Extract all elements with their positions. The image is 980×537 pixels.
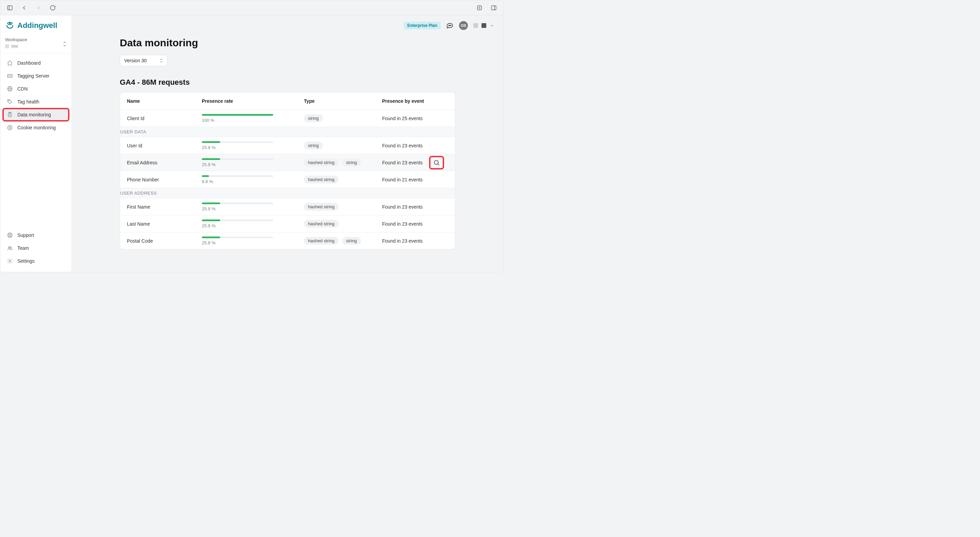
sidebar-item-data-monitoring[interactable]: Data monitoring xyxy=(3,108,69,121)
workspace-switcher[interactable]: Workspace xyxy=(0,34,72,53)
sidebar-item-label: Tag health xyxy=(18,99,40,105)
cell-type: hashed string xyxy=(304,175,382,183)
table-row[interactable]: User Id25.9 %stringFound in 23 events xyxy=(120,137,455,154)
panel-right-icon[interactable] xyxy=(489,3,498,13)
sidebar-bottom: Support Team Settings xyxy=(0,227,72,272)
table-row[interactable]: First Name25.9 %hashed stringFound in 23… xyxy=(120,198,455,215)
cookie-icon xyxy=(6,124,13,131)
svg-point-21 xyxy=(9,127,10,127)
progress-track xyxy=(202,202,273,204)
progress-track xyxy=(202,236,273,238)
app-window: Addingwell Workspace Dashboard xyxy=(0,0,504,272)
sidebar-item-dashboard[interactable]: Dashboard xyxy=(3,57,69,69)
section-title: GA4 - 86M requests xyxy=(120,78,455,87)
workspace-value xyxy=(5,44,67,48)
table-row[interactable]: Client Id100 %stringFound in 25 events xyxy=(120,110,455,127)
progress-track xyxy=(202,220,273,221)
progress-track xyxy=(202,175,273,177)
data-table: Name Presence rate Type Presence by even… xyxy=(120,92,455,249)
presence-value: 100 % xyxy=(202,118,215,123)
col-type: Type xyxy=(304,98,382,104)
back-icon[interactable] xyxy=(19,3,29,13)
cell-events: Found in 23 events xyxy=(382,204,429,210)
svg-point-23 xyxy=(10,128,10,129)
sidebar-item-cdn[interactable]: CDN xyxy=(3,83,69,95)
brand-logo-icon xyxy=(5,21,14,30)
presence-value: 25.9 % xyxy=(202,162,215,167)
svg-rect-2 xyxy=(477,6,482,10)
cell-events: Found in 23 events xyxy=(382,221,429,227)
version-value: Version 30 xyxy=(124,58,147,63)
cell-type: hashed string xyxy=(304,203,382,210)
cell-name: Phone Number xyxy=(127,177,202,182)
version-selector[interactable]: Version 30 xyxy=(120,55,167,66)
sidebar-item-cookie-monitoring[interactable]: Cookie monitoring xyxy=(3,121,69,134)
cell-name: Client Id xyxy=(127,116,202,121)
col-name: Name xyxy=(127,98,202,104)
progress-track xyxy=(202,141,273,143)
table-section: USER DATA xyxy=(120,127,455,137)
home-icon xyxy=(6,59,13,66)
cell-presence: 25.9 % xyxy=(202,236,304,245)
cell-presence: 9.8 % xyxy=(202,175,304,184)
cell-type: string xyxy=(304,142,382,150)
type-pill: string xyxy=(342,237,361,245)
avatar[interactable]: OS xyxy=(459,21,468,30)
sidebar-item-label: Team xyxy=(18,245,29,251)
sidebar-item-team[interactable]: Team xyxy=(3,242,69,254)
svg-point-37 xyxy=(434,160,438,164)
table-section: USER ADDRESS xyxy=(120,188,455,198)
cell-presence: 25.9 % xyxy=(202,141,304,150)
type-pill: hashed string xyxy=(304,175,339,183)
sidebar-item-label: Tagging Server xyxy=(18,73,49,79)
extensions-icon[interactable] xyxy=(475,3,484,13)
sidebar-item-label: Cookie monitoring xyxy=(18,125,56,130)
plan-badge: Enterprise Plan xyxy=(404,22,441,29)
cell-events: Found in 23 events xyxy=(382,143,429,148)
cell-name: User Id xyxy=(127,143,202,148)
progress-fill xyxy=(202,175,209,177)
sidebar-item-settings[interactable]: Settings xyxy=(3,255,69,267)
sidebar-item-support[interactable]: Support xyxy=(3,229,69,241)
progress-fill xyxy=(202,236,220,238)
topbar: Enterprise Plan OS xyxy=(72,15,503,36)
svg-rect-0 xyxy=(8,6,12,10)
progress-fill xyxy=(202,141,220,143)
type-pill: hashed string xyxy=(304,159,339,166)
svg-point-35 xyxy=(450,25,450,26)
table-row[interactable]: Postal Code25.9 %hashed stringstringFoun… xyxy=(120,232,455,249)
browser-right xyxy=(475,3,498,13)
sidebar-toggle-icon[interactable] xyxy=(5,3,14,13)
row-search-button[interactable] xyxy=(429,156,444,169)
org-switcher[interactable] xyxy=(473,23,495,28)
cell-name: Last Name xyxy=(127,221,202,227)
svg-point-33 xyxy=(9,260,11,262)
chat-icon[interactable] xyxy=(446,22,453,29)
brand[interactable]: Addingwell xyxy=(0,15,72,34)
sidebar-item-label: CDN xyxy=(18,86,27,92)
content: Data monitoring Version 30 GA4 - 86M req… xyxy=(116,37,460,263)
sidebar-item-tagging-server[interactable]: Tagging Server xyxy=(3,70,69,82)
presence-value: 25.9 % xyxy=(202,145,215,150)
svg-point-24 xyxy=(11,128,11,129)
server-icon xyxy=(6,72,13,79)
sidebar-item-tag-health[interactable]: Tag health xyxy=(3,96,69,108)
svg-point-31 xyxy=(8,247,10,249)
progress-track xyxy=(202,158,273,160)
svg-point-9 xyxy=(11,23,12,24)
cell-type: hashed stringstring xyxy=(304,159,382,166)
sidebar-item-label: Settings xyxy=(18,258,35,264)
cell-events: Found in 25 events xyxy=(382,116,429,121)
workspace-label: Workspace xyxy=(5,37,67,42)
table-row[interactable]: Phone Number9.8 %hashed stringFound in 2… xyxy=(120,171,455,188)
presence-value: 25.9 % xyxy=(202,206,215,211)
cell-name: Email Address xyxy=(127,160,202,166)
svg-point-20 xyxy=(8,125,12,130)
cell-events: Found in 23 events xyxy=(382,238,429,244)
presence-value: 25.9 % xyxy=(202,223,215,228)
reload-icon[interactable] xyxy=(48,3,57,13)
sidebar-item-label: Support xyxy=(18,233,34,238)
table-row[interactable]: Last Name25.9 %hashed stringFound in 23 … xyxy=(120,215,455,232)
svg-point-26 xyxy=(9,234,11,236)
table-row[interactable]: Email Address25.9 %hashed stringstringFo… xyxy=(120,154,455,171)
